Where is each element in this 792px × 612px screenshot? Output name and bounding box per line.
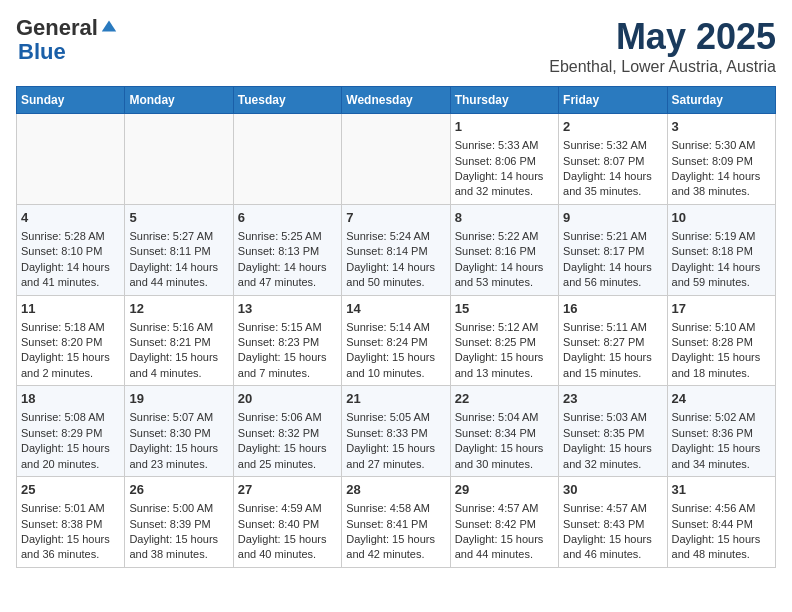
column-header-monday: Monday	[125, 87, 233, 114]
page-subtitle: Ebenthal, Lower Austria, Austria	[549, 58, 776, 76]
day-info-line: Daylight: 15 hours	[21, 441, 120, 456]
day-info-line: Sunset: 8:17 PM	[563, 244, 662, 259]
day-info-line: Sunrise: 5:30 AM	[672, 138, 771, 153]
page-header: General Blue May 2025 Ebenthal, Lower Au…	[16, 16, 776, 76]
day-info-line: Daylight: 14 hours	[672, 169, 771, 184]
day-info-line: and 36 minutes.	[21, 547, 120, 562]
calendar-cell: 20Sunrise: 5:06 AMSunset: 8:32 PMDayligh…	[233, 386, 341, 477]
calendar-cell: 26Sunrise: 5:00 AMSunset: 8:39 PMDayligh…	[125, 477, 233, 568]
day-info-line: Sunset: 8:18 PM	[672, 244, 771, 259]
day-info-line: and 13 minutes.	[455, 366, 554, 381]
day-info-line: Daylight: 15 hours	[346, 441, 445, 456]
day-number: 1	[455, 118, 554, 136]
day-info-line: Daylight: 15 hours	[346, 532, 445, 547]
calendar-cell: 16Sunrise: 5:11 AMSunset: 8:27 PMDayligh…	[559, 295, 667, 386]
day-info-line: Daylight: 15 hours	[238, 350, 337, 365]
day-info-line: Daylight: 14 hours	[238, 260, 337, 275]
day-number: 31	[672, 481, 771, 499]
day-info-line: Daylight: 15 hours	[563, 441, 662, 456]
calendar-header-row: SundayMondayTuesdayWednesdayThursdayFrid…	[17, 87, 776, 114]
day-info-line: Sunrise: 5:10 AM	[672, 320, 771, 335]
day-info-line: Sunrise: 4:56 AM	[672, 501, 771, 516]
day-info-line: Daylight: 14 hours	[129, 260, 228, 275]
column-header-saturday: Saturday	[667, 87, 775, 114]
day-info-line: Sunrise: 5:33 AM	[455, 138, 554, 153]
title-area: May 2025 Ebenthal, Lower Austria, Austri…	[549, 16, 776, 76]
calendar-cell: 28Sunrise: 4:58 AMSunset: 8:41 PMDayligh…	[342, 477, 450, 568]
day-info-line: Daylight: 14 hours	[21, 260, 120, 275]
day-info-line: Sunrise: 5:24 AM	[346, 229, 445, 244]
calendar-cell: 8Sunrise: 5:22 AMSunset: 8:16 PMDaylight…	[450, 204, 558, 295]
calendar-cell: 10Sunrise: 5:19 AMSunset: 8:18 PMDayligh…	[667, 204, 775, 295]
logo-icon	[100, 17, 118, 35]
day-number: 17	[672, 300, 771, 318]
day-info-line: Sunset: 8:25 PM	[455, 335, 554, 350]
day-info-line: Sunrise: 5:02 AM	[672, 410, 771, 425]
day-number: 30	[563, 481, 662, 499]
day-info-line: Daylight: 15 hours	[129, 532, 228, 547]
day-number: 5	[129, 209, 228, 227]
day-info-line: Sunrise: 5:32 AM	[563, 138, 662, 153]
day-number: 27	[238, 481, 337, 499]
day-number: 26	[129, 481, 228, 499]
day-info-line: Sunset: 8:35 PM	[563, 426, 662, 441]
day-number: 21	[346, 390, 445, 408]
day-info-line: Sunrise: 5:18 AM	[21, 320, 120, 335]
day-number: 16	[563, 300, 662, 318]
day-number: 9	[563, 209, 662, 227]
day-info-line: Sunset: 8:13 PM	[238, 244, 337, 259]
day-info-line: Sunset: 8:16 PM	[455, 244, 554, 259]
day-info-line: Sunrise: 5:15 AM	[238, 320, 337, 335]
day-number: 7	[346, 209, 445, 227]
day-info-line: Sunrise: 5:03 AM	[563, 410, 662, 425]
calendar-cell: 25Sunrise: 5:01 AMSunset: 8:38 PMDayligh…	[17, 477, 125, 568]
day-info-line: Sunrise: 5:12 AM	[455, 320, 554, 335]
day-info-line: and 2 minutes.	[21, 366, 120, 381]
day-info-line: Daylight: 15 hours	[238, 441, 337, 456]
calendar-cell	[125, 114, 233, 205]
day-info-line: Daylight: 15 hours	[346, 350, 445, 365]
day-info-line: Sunrise: 5:27 AM	[129, 229, 228, 244]
calendar-week-4: 18Sunrise: 5:08 AMSunset: 8:29 PMDayligh…	[17, 386, 776, 477]
day-info-line: and 4 minutes.	[129, 366, 228, 381]
day-info-line: Daylight: 15 hours	[21, 350, 120, 365]
day-number: 2	[563, 118, 662, 136]
logo-blue-text: Blue	[18, 39, 66, 64]
column-header-tuesday: Tuesday	[233, 87, 341, 114]
day-info-line: Sunrise: 4:58 AM	[346, 501, 445, 516]
day-number: 4	[21, 209, 120, 227]
day-info-line: and 50 minutes.	[346, 275, 445, 290]
day-info-line: Daylight: 15 hours	[672, 441, 771, 456]
day-info-line: Sunset: 8:23 PM	[238, 335, 337, 350]
day-number: 25	[21, 481, 120, 499]
calendar-week-3: 11Sunrise: 5:18 AMSunset: 8:20 PMDayligh…	[17, 295, 776, 386]
day-info-line: Daylight: 15 hours	[672, 350, 771, 365]
day-number: 12	[129, 300, 228, 318]
column-header-wednesday: Wednesday	[342, 87, 450, 114]
day-info-line: Sunrise: 5:21 AM	[563, 229, 662, 244]
calendar-cell: 7Sunrise: 5:24 AMSunset: 8:14 PMDaylight…	[342, 204, 450, 295]
day-info-line: Sunrise: 5:06 AM	[238, 410, 337, 425]
day-info-line: Sunset: 8:36 PM	[672, 426, 771, 441]
day-number: 24	[672, 390, 771, 408]
calendar-cell: 6Sunrise: 5:25 AMSunset: 8:13 PMDaylight…	[233, 204, 341, 295]
day-number: 14	[346, 300, 445, 318]
day-info-line: Daylight: 14 hours	[672, 260, 771, 275]
day-number: 15	[455, 300, 554, 318]
day-info-line: Sunset: 8:42 PM	[455, 517, 554, 532]
day-info-line: and 32 minutes.	[563, 457, 662, 472]
day-info-line: Daylight: 14 hours	[455, 169, 554, 184]
page-title: May 2025	[549, 16, 776, 58]
day-info-line: Daylight: 15 hours	[21, 532, 120, 547]
day-info-line: Daylight: 15 hours	[563, 532, 662, 547]
day-info-line: Sunrise: 5:07 AM	[129, 410, 228, 425]
day-info-line: Daylight: 15 hours	[129, 441, 228, 456]
day-info-line: Sunset: 8:44 PM	[672, 517, 771, 532]
calendar-cell: 14Sunrise: 5:14 AMSunset: 8:24 PMDayligh…	[342, 295, 450, 386]
day-info-line: Sunrise: 5:25 AM	[238, 229, 337, 244]
day-info-line: Sunset: 8:30 PM	[129, 426, 228, 441]
day-info-line: and 15 minutes.	[563, 366, 662, 381]
day-info-line: and 38 minutes.	[672, 184, 771, 199]
day-info-line: and 27 minutes.	[346, 457, 445, 472]
calendar-cell: 11Sunrise: 5:18 AMSunset: 8:20 PMDayligh…	[17, 295, 125, 386]
